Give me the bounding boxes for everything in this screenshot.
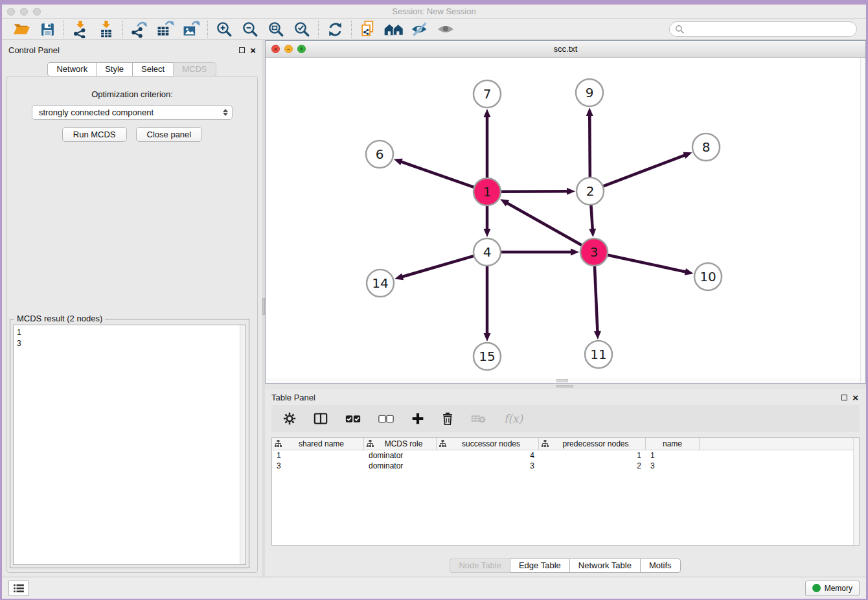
table-cell-shared-name[interactable]: 1 bbox=[272, 450, 364, 461]
graph-node-6[interactable]: 6 bbox=[366, 141, 393, 168]
right-pane: × − + scc.txt 7968124314101511 bbox=[265, 40, 866, 577]
deselect-all-rows-button[interactable] bbox=[378, 415, 394, 423]
zoom-in-button[interactable] bbox=[211, 19, 237, 39]
tab-network-table[interactable]: Network Table bbox=[569, 559, 641, 573]
close-panel-button[interactable]: Close panel bbox=[136, 127, 203, 142]
graph-edge-1-4[interactable] bbox=[484, 205, 491, 237]
graph-edge-3-11[interactable] bbox=[594, 266, 601, 340]
table-cell-predecessor-nodes[interactable]: 2 bbox=[539, 461, 646, 471]
export-image-button[interactable] bbox=[178, 19, 204, 39]
graph-node-9[interactable]: 9 bbox=[576, 79, 603, 106]
search-box[interactable] bbox=[669, 21, 857, 37]
float-panel-icon[interactable] bbox=[239, 47, 245, 53]
zoom-selected-button[interactable] bbox=[289, 19, 315, 39]
graph-edge-2-3[interactable] bbox=[589, 205, 596, 237]
table-cell-shared-name[interactable]: 3 bbox=[272, 461, 364, 471]
export-table-button[interactable] bbox=[152, 19, 178, 39]
import-table-button[interactable] bbox=[93, 19, 119, 39]
table-cell-predecessor-nodes[interactable]: 1 bbox=[539, 450, 646, 461]
graph-edge-1-6[interactable] bbox=[394, 159, 474, 187]
table-cell-successor-nodes[interactable]: 3 bbox=[437, 461, 539, 471]
add-column-button[interactable] bbox=[411, 412, 424, 425]
splitter-grip[interactable] bbox=[556, 385, 573, 387]
refresh-view-button[interactable] bbox=[322, 19, 348, 39]
table-cell-mcds-role[interactable]: dominator bbox=[364, 461, 437, 471]
tab-mcds[interactable]: MCDS bbox=[173, 62, 216, 76]
layout-home-button[interactable] bbox=[381, 19, 407, 39]
graph-edge-4-14[interactable] bbox=[394, 256, 474, 280]
mcds-result-list[interactable]: 13 bbox=[13, 325, 246, 565]
tab-motifs[interactable]: Motifs bbox=[640, 559, 681, 573]
table-cell-name[interactable]: 1 bbox=[646, 450, 700, 461]
tab-style[interactable]: Style bbox=[96, 62, 133, 76]
graph-node-4[interactable]: 4 bbox=[474, 238, 501, 266]
table-row[interactable]: 1dominator411 bbox=[272, 450, 859, 461]
column-header-name[interactable]: name bbox=[646, 438, 700, 450]
network-horizontal-scrollbar[interactable] bbox=[266, 378, 860, 383]
graph-edge-4-15[interactable] bbox=[484, 266, 491, 341]
import-network-button[interactable] bbox=[67, 19, 93, 39]
graph-node-10[interactable]: 10 bbox=[694, 263, 722, 290]
close-panel-icon[interactable]: × bbox=[852, 395, 858, 400]
close-panel-icon[interactable]: × bbox=[250, 47, 256, 53]
memory-button[interactable]: Memory bbox=[805, 581, 860, 596]
graph-edge-1-2[interactable] bbox=[501, 188, 575, 195]
table-cell-successor-nodes[interactable]: 4 bbox=[437, 450, 539, 461]
graph-edge-3-1[interactable] bbox=[500, 199, 582, 245]
network-vertical-scrollbar[interactable] bbox=[860, 58, 865, 383]
graph-edge-2-9[interactable] bbox=[586, 108, 593, 178]
table-cell-name[interactable]: 3 bbox=[646, 461, 700, 471]
tab-network[interactable]: Network bbox=[47, 62, 97, 76]
run-mcds-button[interactable]: Run MCDS bbox=[62, 127, 127, 142]
task-history-button[interactable] bbox=[8, 581, 29, 596]
delete-column-button[interactable] bbox=[442, 412, 453, 425]
network-view-window: × − + scc.txt 7968124314101511 bbox=[265, 40, 866, 384]
network-canvas[interactable]: 7968124314101511 bbox=[266, 58, 865, 378]
svg-text:3: 3 bbox=[590, 244, 599, 260]
graph-node-11[interactable]: 11 bbox=[585, 341, 612, 368]
table-cell-mcds-role[interactable]: dominator bbox=[364, 450, 437, 461]
graph-edge-1-7[interactable] bbox=[484, 109, 491, 178]
table-row[interactable]: 3dominator323 bbox=[272, 461, 859, 471]
graph-edge-4-3[interactable] bbox=[501, 249, 579, 256]
graph-edge-2-8[interactable] bbox=[603, 152, 692, 187]
optimization-criterion-select[interactable]: strongly connected component bbox=[32, 105, 233, 120]
search-input[interactable] bbox=[685, 25, 856, 34]
graph-node-14[interactable]: 14 bbox=[367, 270, 394, 297]
float-panel-icon[interactable] bbox=[841, 395, 847, 400]
hide-selected-button[interactable] bbox=[407, 19, 433, 39]
node-table-header: shared nameMCDS rolesuccessor nodesprede… bbox=[272, 438, 859, 450]
tab-edge-table[interactable]: Edge Table bbox=[510, 559, 570, 573]
column-header-predecessor-nodes[interactable]: predecessor nodes bbox=[539, 438, 646, 450]
result-scrollbar[interactable] bbox=[240, 325, 246, 564]
table-settings-button[interactable] bbox=[283, 412, 296, 425]
table-vertical-scrollbar[interactable] bbox=[853, 438, 859, 545]
zoom-out-button[interactable] bbox=[237, 19, 263, 39]
open-file-button[interactable] bbox=[8, 19, 34, 39]
network-window-titlebar[interactable]: × − + scc.txt bbox=[266, 41, 865, 58]
graph-node-7[interactable]: 7 bbox=[474, 80, 501, 108]
tab-select[interactable]: Select bbox=[132, 62, 174, 76]
save-session-button[interactable] bbox=[34, 19, 60, 39]
vertical-splitter[interactable] bbox=[262, 40, 265, 577]
graph-node-8[interactable]: 8 bbox=[692, 133, 720, 161]
splitter-grip[interactable] bbox=[262, 298, 265, 315]
graph-edge-3-10[interactable] bbox=[608, 255, 694, 275]
export-network-button[interactable] bbox=[126, 19, 152, 39]
graph-node-1[interactable]: 1 bbox=[474, 178, 501, 205]
column-header-successor-nodes[interactable]: successor nodes bbox=[437, 438, 539, 450]
graph-node-2[interactable]: 2 bbox=[577, 178, 604, 205]
graph-node-15[interactable]: 15 bbox=[474, 343, 501, 370]
function-builder-button[interactable]: f(x) bbox=[504, 412, 523, 425]
graph-node-3[interactable]: 3 bbox=[580, 238, 608, 266]
delete-table-button[interactable] bbox=[471, 413, 486, 424]
column-header-shared-name[interactable]: shared name bbox=[272, 438, 364, 450]
column-header-mcds-role[interactable]: MCDS role bbox=[364, 438, 437, 450]
zoom-fit-button[interactable] bbox=[263, 19, 289, 39]
horizontal-splitter[interactable] bbox=[265, 384, 866, 389]
tab-node-table[interactable]: Node Table bbox=[450, 559, 510, 573]
toggle-column-view-button[interactable] bbox=[314, 412, 328, 425]
select-all-rows-button[interactable] bbox=[345, 415, 361, 423]
duplicate-network-button[interactable] bbox=[355, 19, 381, 39]
show-all-button[interactable] bbox=[433, 19, 459, 39]
